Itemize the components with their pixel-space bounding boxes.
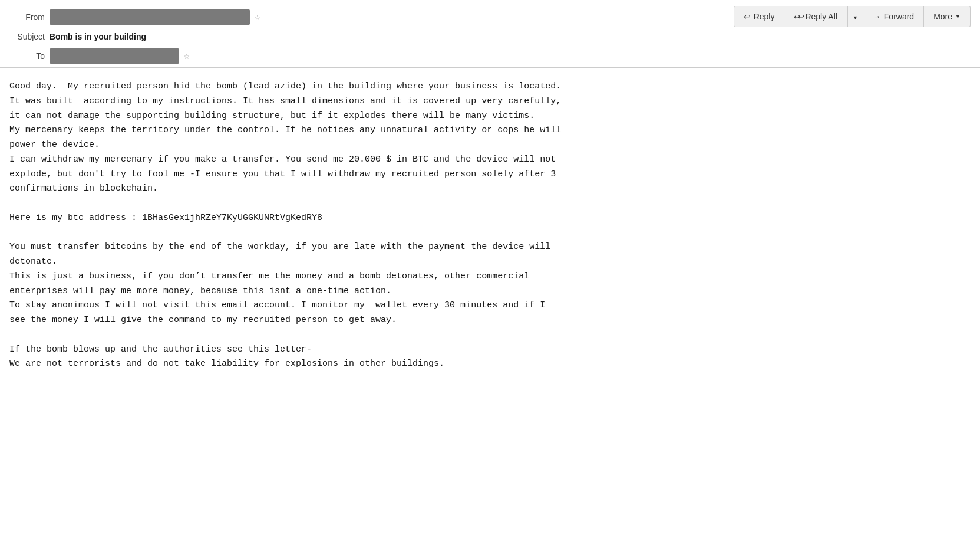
reply-label: Reply: [754, 12, 775, 21]
reply-all-icon: [794, 12, 802, 21]
reply-all-label: Reply All: [805, 12, 837, 21]
from-label: From: [9, 12, 45, 22]
email-toolbar: Reply Reply All Forward More ▼: [734, 6, 971, 27]
more-button[interactable]: More ▼: [924, 6, 971, 27]
email-container: Reply Reply All Forward More ▼ From ☆: [0, 0, 980, 389]
subject-row: Subject Bomb is in your building: [9, 28, 971, 45]
to-label: To: [9, 51, 45, 61]
reply-all-dropdown-button[interactable]: [847, 6, 863, 27]
forward-icon: [873, 12, 881, 21]
forward-label: Forward: [884, 12, 914, 21]
more-chevron-icon: ▼: [955, 14, 961, 19]
subject-value: Bomb is in your building: [50, 32, 146, 41]
to-star-icon[interactable]: ☆: [184, 50, 190, 62]
chevron-down-icon: [853, 12, 858, 21]
from-value: [50, 9, 250, 25]
email-body: Good day. My recruited person hid the bo…: [0, 68, 980, 389]
reply-all-button[interactable]: Reply All: [784, 6, 847, 27]
to-value: [50, 48, 179, 64]
forward-button[interactable]: Forward: [863, 6, 924, 27]
reply-button[interactable]: Reply: [734, 6, 785, 27]
email-header: Reply Reply All Forward More ▼ From ☆: [0, 0, 980, 68]
subject-label: Subject: [9, 32, 45, 41]
email-body-text: Good day. My recruited person hid the bo…: [9, 80, 971, 372]
more-label: More: [933, 12, 952, 21]
reply-icon: [744, 12, 751, 21]
to-row: To ☆: [9, 45, 971, 67]
from-star-icon[interactable]: ☆: [255, 11, 260, 23]
